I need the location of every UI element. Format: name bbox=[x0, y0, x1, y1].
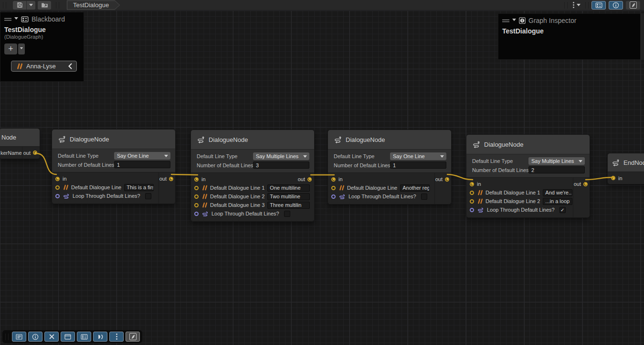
save-dropdown-button[interactable] bbox=[27, 1, 35, 10]
prop-label: Number of Default Lines bbox=[197, 162, 253, 168]
field-value: And we're... bbox=[545, 190, 572, 195]
collapse-arrow-icon[interactable] bbox=[512, 19, 516, 23]
add-property-button[interactable]: + bbox=[4, 43, 17, 54]
console-panel-button[interactable] bbox=[12, 332, 26, 342]
dialogue-preview-button[interactable] bbox=[93, 332, 107, 342]
line-label: Default Dialogue Line 3 bbox=[210, 202, 264, 208]
dropdown-value: Say One Line bbox=[117, 153, 149, 159]
line-port[interactable] bbox=[55, 185, 60, 190]
panel-title: Blackboard bbox=[32, 15, 65, 23]
more-options-button[interactable] bbox=[109, 332, 124, 342]
num-lines-field[interactable]: 1 bbox=[114, 161, 170, 168]
output-port[interactable] bbox=[33, 151, 37, 155]
node-title: EndNode bbox=[623, 159, 644, 166]
line-port[interactable] bbox=[470, 199, 474, 204]
loop-label: Loop Through Default Lines? bbox=[211, 211, 279, 216]
tools-panel-button[interactable] bbox=[44, 332, 59, 342]
node-dialogue-4[interactable]: DialogueNode Default Line Type Say Multi… bbox=[466, 134, 590, 218]
out-port-label: out bbox=[298, 176, 305, 182]
num-lines-field[interactable]: 2 bbox=[528, 166, 585, 173]
tab-label: TestDialogue bbox=[67, 1, 119, 10]
node-title: DialogueNode bbox=[484, 141, 523, 148]
line-type-dropdown[interactable]: Say One Line bbox=[114, 152, 170, 160]
toggle-blackboard-button[interactable] bbox=[591, 1, 606, 10]
node-dialogue-1[interactable]: DialogueNode Default Line Type Say One L… bbox=[52, 129, 176, 204]
num-lines-field[interactable]: 3 bbox=[253, 162, 309, 169]
line-port[interactable] bbox=[194, 194, 199, 199]
dialogue-line-field[interactable]: This is a first bbox=[124, 184, 154, 191]
loop-port[interactable] bbox=[331, 194, 336, 199]
dialogue-line-field[interactable]: Another regu bbox=[400, 184, 430, 192]
panel-drag-handle-icon[interactable] bbox=[502, 19, 509, 23]
toolbar-drag-handle[interactable] bbox=[5, 334, 9, 340]
input-port[interactable] bbox=[611, 176, 615, 180]
dialogue-node-icon bbox=[334, 136, 342, 143]
graph-options-button[interactable] bbox=[572, 1, 581, 9]
dropdown-value: Say Multiple Lines bbox=[256, 153, 298, 159]
dialogue-sound-icon bbox=[97, 334, 104, 340]
line-port[interactable] bbox=[194, 203, 199, 207]
loop-checkbox[interactable]: ✓ bbox=[560, 207, 566, 213]
field-value: This is a first bbox=[127, 184, 154, 190]
loop-port[interactable] bbox=[470, 208, 474, 212]
output-port[interactable] bbox=[169, 177, 173, 181]
line-label: Default Dialogue Line 2 bbox=[210, 194, 264, 199]
node-dialogue-2[interactable]: DialogueNode Default Line Type Say Multi… bbox=[190, 129, 315, 222]
line-port[interactable] bbox=[331, 186, 336, 190]
output-port[interactable] bbox=[445, 177, 449, 182]
dialogue-node-icon bbox=[197, 136, 205, 143]
blackboard-panel-button[interactable] bbox=[77, 332, 91, 342]
input-port[interactable] bbox=[331, 177, 336, 182]
loop-checkbox[interactable] bbox=[421, 194, 427, 200]
dialogue-node-icon bbox=[612, 159, 620, 166]
field-value: 1 bbox=[117, 162, 120, 168]
info-icon bbox=[519, 17, 526, 24]
line-port[interactable] bbox=[470, 191, 474, 195]
input-port[interactable] bbox=[470, 182, 474, 186]
loop-port[interactable] bbox=[55, 194, 60, 198]
node-title: Node bbox=[1, 134, 16, 141]
field-value: ...in a loop bbox=[545, 198, 570, 204]
dialogue-line-field[interactable]: And we're... bbox=[543, 189, 572, 196]
num-lines-field[interactable]: 1 bbox=[390, 162, 446, 169]
input-port[interactable] bbox=[55, 177, 60, 181]
dialogue-line-field[interactable]: Three multilin bbox=[267, 202, 310, 209]
node-title: DialogueNode bbox=[346, 136, 385, 143]
dialogue-line-field[interactable]: Two multiline bbox=[267, 193, 310, 200]
save-button[interactable] bbox=[13, 1, 26, 10]
node-dialogue-3[interactable]: DialogueNode Default Line Type Say One L… bbox=[327, 129, 452, 205]
tab-testdialogue[interactable]: TestDialogue bbox=[67, 0, 120, 10]
loop-checkbox[interactable] bbox=[145, 193, 151, 199]
node-end[interactable]: EndNode in bbox=[607, 153, 644, 184]
toolbar-drag-handle[interactable] bbox=[3, 2, 6, 9]
toggle-quill-button[interactable] bbox=[626, 1, 640, 10]
quill-panel-button[interactable] bbox=[126, 332, 140, 342]
chevron-left-icon[interactable] bbox=[68, 63, 73, 69]
loop-checkbox[interactable] bbox=[284, 211, 290, 217]
open-asset-button[interactable] bbox=[38, 1, 51, 10]
loop-icon bbox=[477, 207, 484, 213]
input-port[interactable] bbox=[194, 177, 199, 182]
toolbar-right-drag-handle[interactable] bbox=[564, 2, 568, 9]
line-type-dropdown[interactable]: Say One Line bbox=[390, 152, 446, 160]
line-type-dropdown[interactable]: Say Multiple Lines bbox=[253, 152, 309, 160]
window-panel-button[interactable] bbox=[61, 332, 75, 342]
output-port[interactable] bbox=[307, 177, 312, 182]
dialogue-line-field[interactable]: One multiline bbox=[267, 184, 310, 192]
line-port[interactable] bbox=[194, 186, 199, 190]
inspector-scrollbar[interactable] bbox=[641, 13, 644, 60]
output-port[interactable] bbox=[583, 182, 588, 186]
panel-drag-handle-icon[interactable] bbox=[4, 17, 11, 22]
add-property-dropdown[interactable] bbox=[18, 43, 25, 54]
inspector-panel-button[interactable] bbox=[28, 332, 42, 342]
dialogue-line-field[interactable]: ...in a loop bbox=[543, 198, 572, 205]
node-speaker-partial[interactable]: Node kerName out bbox=[0, 128, 40, 159]
toggle-inspector-button[interactable] bbox=[609, 1, 623, 10]
blackboard-property-anna-lyse[interactable]: Anna-Lyse bbox=[11, 61, 77, 72]
loop-port[interactable] bbox=[194, 212, 199, 216]
collapse-arrow-icon[interactable] bbox=[14, 17, 18, 22]
blackboard-icon bbox=[595, 2, 602, 8]
toolbar-separator bbox=[56, 2, 59, 9]
line-type-dropdown[interactable]: Say Multiple Lines bbox=[528, 157, 585, 165]
info-icon bbox=[612, 2, 619, 9]
